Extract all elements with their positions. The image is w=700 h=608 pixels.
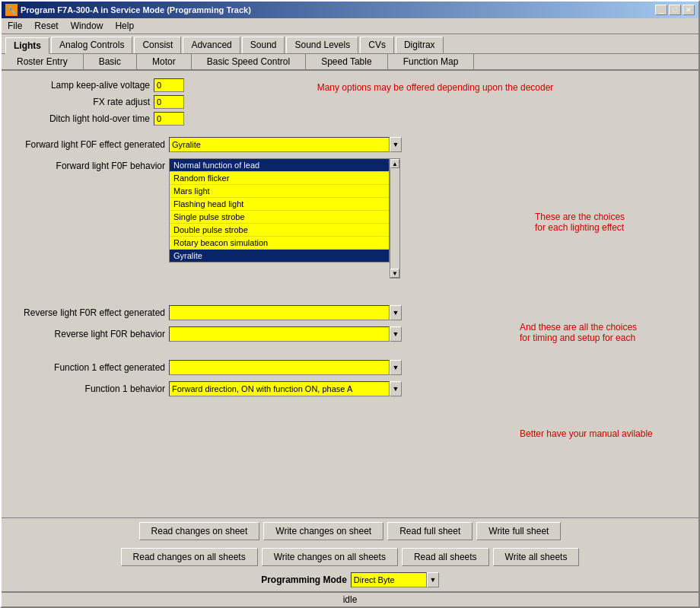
dropdown-item-mars-light[interactable]: Mars light — [170, 185, 389, 198]
programming-mode-label: Programming Mode — [261, 575, 347, 585]
reverse-effect-dropdown[interactable] — [169, 305, 390, 320]
reverse-effect-arrow[interactable]: ▼ — [390, 305, 402, 320]
annotation-top: Many options may be offered depending up… — [283, 82, 587, 93]
dropdown-item-flashing-head[interactable]: Flashing head light — [170, 198, 389, 211]
annotation-right1b-text: for each lighting effect — [535, 222, 624, 233]
fx-input[interactable] — [154, 95, 184, 109]
read-full-sheet-btn[interactable]: Read full sheet — [387, 522, 473, 540]
forward-effect-dropdown[interactable]: Gyralite — [169, 137, 390, 152]
main-content: Many options may be offered depending up… — [2, 71, 698, 517]
annotation-right3: Better have your manual avilable — [520, 428, 687, 439]
dropdown-item-gyralite[interactable]: Gyralite — [170, 250, 389, 262]
tab-lights[interactable]: Lights — [5, 37, 49, 54]
tab-sound-levels[interactable]: Sound Levels — [286, 37, 358, 53]
read-all-sheets-btn[interactable]: Read all sheets — [402, 548, 489, 566]
dropdown-item-random-flicker[interactable]: Random flicker — [170, 172, 389, 185]
close-button[interactable]: ✕ — [682, 5, 695, 15]
annotation-right2-text: And these are all the choices — [520, 322, 637, 333]
write-changes-all-sheets-btn[interactable]: Write changes on all sheets — [262, 548, 398, 566]
status-bar: idle — [2, 591, 698, 606]
f1-behavior-arrow[interactable]: ▼ — [390, 381, 402, 396]
subtab-roster-entry[interactable]: Roster Entry — [2, 54, 84, 69]
f1-effect-dropdown[interactable] — [169, 360, 390, 375]
spacer1 — [13, 348, 687, 354]
dropdown-scrollbar: ▲ ▼ — [390, 158, 400, 279]
lamp-label: Lamp keep-alive voltage — [13, 80, 150, 91]
subtab-speed-table[interactable]: Speed Table — [306, 54, 388, 69]
menu-bar: File Reset Window Help — [2, 18, 698, 34]
forward-behavior-row: Forward light F0F behavior Normal functi… — [13, 158, 687, 173]
status-text: idle — [343, 594, 358, 605]
annotation-right3-text: Better have your manual avilable — [520, 428, 653, 439]
fx-field-row: FX rate adjust — [13, 95, 687, 109]
subtab-basic[interactable]: Basic — [84, 54, 137, 69]
subtab-function-map[interactable]: Function Map — [388, 54, 475, 69]
forward-behavior-label: Forward light F0F behavior — [13, 161, 165, 171]
reverse-behavior-arrow[interactable]: ▼ — [390, 326, 402, 342]
prog-mode-text: Direct Byte — [354, 575, 395, 584]
write-full-sheet-btn[interactable]: Write full sheet — [476, 522, 561, 540]
reverse-behavior-dropdown[interactable] — [169, 326, 390, 342]
scroll-track — [390, 168, 399, 269]
f1-behavior-row: Function 1 behavior Forward direction, O… — [13, 381, 687, 396]
tab-advanced[interactable]: Advanced — [183, 37, 240, 53]
write-all-sheets-btn[interactable]: Write all sheets — [493, 548, 580, 566]
annotation-right2: And these are all the choices for timing… — [520, 322, 687, 343]
f1-effect-arrow[interactable]: ▼ — [390, 360, 402, 375]
ditch-input[interactable] — [154, 112, 184, 126]
dropdown-item-rotary-beacon[interactable]: Rotary beacon simulation — [170, 237, 389, 250]
tab-cvs[interactable]: CVs — [360, 37, 394, 53]
main-window: 🔧 Program F7A-300-A in Service Mode (Pro… — [0, 0, 700, 608]
ditch-label: Ditch light hold-over time — [13, 113, 150, 124]
menu-window[interactable]: Window — [68, 20, 106, 32]
fx-label: FX rate adjust — [13, 97, 150, 107]
menu-file[interactable]: File — [5, 20, 24, 32]
annotation-right1: These are the choices for each lighting … — [535, 212, 687, 233]
reverse-effect-label: Reverse light F0R effect generated — [13, 307, 165, 318]
tab-sound[interactable]: Sound — [242, 37, 285, 53]
prog-mode-dropdown: Direct Byte ▼ — [351, 572, 439, 587]
dropdown-item-double-strobe[interactable]: Double pulse strobe — [170, 224, 389, 237]
forward-effect-row: Forward light F0F effect generated Gyral… — [13, 137, 687, 152]
window-controls: _ □ ✕ — [655, 5, 695, 15]
tab-analog-controls[interactable]: Analog Controls — [51, 37, 132, 53]
minimize-button[interactable]: _ — [655, 5, 667, 15]
reverse-behavior-label: Reverse light F0R behavior — [13, 329, 165, 339]
ditch-field-row: Ditch light hold-over time — [13, 112, 687, 126]
menu-help[interactable]: Help — [113, 20, 136, 32]
bottom-buttons-row1: Read changes on sheet Write changes on s… — [2, 518, 698, 544]
annotation-right2b-text: for timing and setup for each — [520, 333, 635, 343]
f1-behavior-value: Forward direction, ON with function ON, … — [172, 384, 377, 393]
subtab-motor[interactable]: Motor — [137, 54, 192, 69]
forward-effect-label: Forward light F0F effect generated — [13, 139, 165, 150]
maximize-button[interactable]: □ — [669, 5, 681, 15]
scroll-down-btn[interactable]: ▼ — [390, 269, 399, 278]
f1-effect-label: Function 1 effect generated — [13, 362, 165, 373]
bottom-buttons-row2: Read changes on all sheets Write changes… — [2, 544, 698, 570]
app-icon: 🔧 — [5, 4, 18, 16]
prog-mode-arrow[interactable]: ▼ — [427, 572, 439, 587]
behavior-dropdown-open[interactable]: Normal function of lead Random flicker M… — [169, 158, 390, 263]
dropdown-item-single-strobe[interactable]: Single pulse strobe — [170, 211, 389, 224]
read-changes-sheet-btn[interactable]: Read changes on sheet — [139, 522, 260, 540]
annotation-right1-text: These are the choices — [535, 212, 625, 222]
prog-mode-value[interactable]: Direct Byte — [351, 572, 427, 587]
subtab-basic-speed-control[interactable]: Basic Speed Control — [192, 54, 306, 69]
scroll-up-btn[interactable]: ▲ — [390, 159, 399, 168]
write-changes-sheet-btn[interactable]: Write changes on sheet — [263, 522, 383, 540]
programming-mode-row: Programming Mode Direct Byte ▼ — [2, 570, 698, 591]
read-changes-all-sheets-btn[interactable]: Read changes on all sheets — [121, 548, 258, 566]
dropdown-item-normal-lead[interactable]: Normal function of lead — [170, 159, 389, 171]
forward-effect-arrow[interactable]: ▼ — [390, 137, 402, 152]
f1-effect-row: Function 1 effect generated ▼ — [13, 360, 687, 375]
tab-digitrax[interactable]: Digitrax — [396, 37, 444, 53]
tab-consist[interactable]: Consist — [134, 37, 181, 53]
dropdown-section: Forward light F0F effect generated Gyral… — [13, 137, 687, 396]
window-title: Program F7A-300-A in Service Mode (Progr… — [21, 5, 251, 14]
forward-effect-value: Gyralite — [172, 140, 201, 149]
menu-reset[interactable]: Reset — [32, 20, 60, 32]
f1-behavior-dropdown[interactable]: Forward direction, ON with function ON, … — [169, 381, 390, 396]
title-bar: 🔧 Program F7A-300-A in Service Mode (Pro… — [2, 2, 698, 18]
lamp-input[interactable] — [154, 78, 184, 92]
reverse-effect-row: Reverse light F0R effect generated ▼ — [13, 305, 687, 320]
